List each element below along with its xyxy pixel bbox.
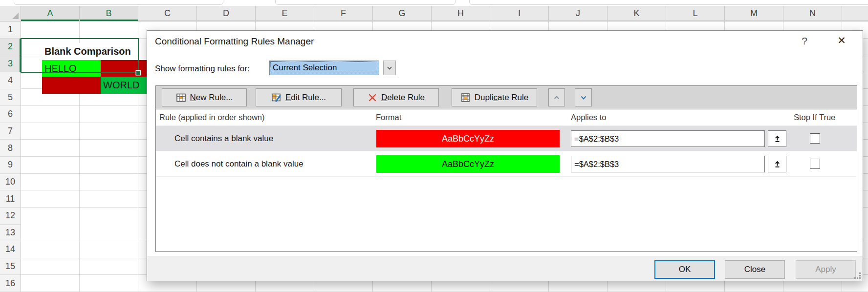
close-button[interactable]: Close: [725, 260, 785, 279]
select-all-button[interactable]: [0, 6, 21, 21]
close-icon[interactable]: ✕: [833, 33, 850, 48]
row-header-11[interactable]: 11: [0, 190, 21, 208]
row-header-15[interactable]: 15: [0, 258, 21, 275]
chevron-down-icon: [386, 64, 393, 72]
show-rules-combobox[interactable]: Current Selection: [269, 61, 379, 75]
column-header-G[interactable]: G: [373, 6, 432, 21]
column-header-I[interactable]: I: [490, 6, 549, 21]
row-header-12[interactable]: 12: [0, 208, 21, 225]
move-up-button[interactable]: [548, 88, 565, 106]
collapse-dialog-button[interactable]: [768, 156, 786, 172]
row-header-8[interactable]: 8: [0, 140, 21, 157]
row-header-13[interactable]: 13: [0, 225, 21, 242]
formula-bar-edge: [0, 0, 868, 6]
header-rule: Rule (applied in order shown): [159, 113, 265, 122]
format-preview: AaBbCcYyZz: [376, 155, 560, 173]
formula-input-edge: [469, 0, 868, 5]
row-header-14[interactable]: 14: [0, 241, 21, 258]
ok-button[interactable]: OK: [654, 260, 715, 279]
rules-group: New Rule... Edit Rule...: [155, 85, 857, 252]
column-header-D[interactable]: D: [197, 6, 256, 21]
row-header-6[interactable]: 6: [0, 106, 21, 123]
table-grid-icon: [176, 93, 186, 103]
collapse-dialog-button[interactable]: [768, 130, 786, 147]
column-header-E[interactable]: E: [256, 6, 314, 21]
row-header-5[interactable]: 5: [0, 89, 21, 106]
collapse-up-arrow-icon: [773, 135, 781, 143]
cf-rules-manager-dialog: Conditional Formatting Rules Manager ? ✕…: [147, 30, 863, 281]
rules-list-header: Rule (applied in order shown) Format App…: [156, 109, 857, 126]
row-header-1[interactable]: 1: [0, 21, 21, 39]
table-pencil-icon: [271, 93, 282, 103]
cell-A3[interactable]: [42, 77, 101, 94]
rule-row-not-blank[interactable]: Cell does not contain a blank value AaBb…: [156, 151, 857, 177]
edit-rule-label: Edit Rule...: [285, 93, 326, 103]
resize-grip[interactable]: [855, 273, 861, 279]
delete-rule-label: Delete Rule: [381, 93, 425, 103]
red-x-icon: [368, 93, 377, 103]
collapse-up-arrow-icon: [773, 160, 781, 168]
fx-box-edge: [275, 0, 456, 5]
row-header-4[interactable]: 4: [0, 72, 21, 89]
rules-toolbar: New Rule... Edit Rule...: [156, 86, 857, 109]
apply-button[interactable]: Apply: [796, 260, 856, 279]
table-grid-icon: [460, 93, 471, 103]
rule-row-blank[interactable]: Cell contains a blank value AaBbCcYyZz: [156, 126, 857, 151]
rule-name: Cell contains a blank value: [174, 126, 273, 151]
row-headers: 12345678910111213141516: [0, 21, 21, 292]
column-header-N[interactable]: N: [783, 6, 842, 21]
duplicate-rule-label: Duplicate Rule: [475, 93, 529, 103]
dialog-title: Conditional Formatting Rules Manager: [155, 36, 314, 47]
header-format: Format: [376, 113, 401, 122]
row-header-9[interactable]: 9: [0, 157, 21, 174]
column-header-A[interactable]: A: [21, 6, 80, 21]
column-header-overflow: [842, 6, 868, 21]
help-button[interactable]: ?: [797, 34, 812, 48]
column-header-J[interactable]: J: [549, 6, 608, 21]
column-headers: ABCDEFGHIJKLMN: [0, 6, 868, 21]
delete-rule-button[interactable]: Delete Rule: [353, 88, 439, 106]
format-preview: AaBbCcYyZz: [376, 130, 560, 147]
row-header-3[interactable]: 3: [0, 55, 21, 72]
dialog-footer: OK Close Apply: [147, 256, 863, 281]
new-rule-button[interactable]: New Rule...: [162, 88, 247, 106]
row-header-7[interactable]: 7: [0, 123, 21, 140]
show-rules-label: Show formatting rules for:: [155, 64, 250, 74]
corner-triangle-icon: [12, 13, 19, 19]
column-header-K[interactable]: K: [608, 6, 666, 21]
applies-to-input[interactable]: [571, 130, 765, 147]
chevron-up-icon: [552, 93, 561, 102]
stop-if-true-checkbox[interactable]: [810, 159, 820, 169]
edit-rule-button[interactable]: Edit Rule...: [256, 88, 342, 106]
column-header-B[interactable]: B: [80, 6, 138, 21]
header-applies-to: Applies to: [571, 113, 606, 122]
name-box-edge: [14, 0, 223, 5]
new-rule-label: New Rule...: [190, 93, 233, 103]
row-header-2[interactable]: 2: [0, 39, 21, 56]
column-header-F[interactable]: F: [314, 6, 373, 21]
rule-name: Cell does not contain a blank value: [174, 151, 304, 177]
fill-handle[interactable]: [136, 71, 140, 75]
header-stop-if-true: Stop If True: [794, 113, 835, 122]
stop-if-true-checkbox[interactable]: [810, 133, 820, 144]
move-down-button[interactable]: [575, 88, 592, 106]
row-header-16[interactable]: 16: [0, 275, 21, 292]
cell-A2[interactable]: HELLO: [42, 60, 101, 77]
chevron-down-icon: [579, 93, 588, 102]
row-header-10[interactable]: 10: [0, 174, 21, 191]
excel-window: ABCDEFGHIJKLMN 12345678910111213141516 B…: [0, 0, 868, 292]
applies-to-input[interactable]: [571, 156, 765, 172]
combobox-dropdown-button[interactable]: [383, 61, 396, 75]
duplicate-rule-button[interactable]: Duplicate Rule: [452, 88, 537, 106]
column-header-L[interactable]: L: [666, 6, 725, 21]
column-header-M[interactable]: M: [725, 6, 783, 21]
column-header-C[interactable]: C: [138, 6, 197, 21]
column-header-H[interactable]: H: [432, 6, 490, 21]
